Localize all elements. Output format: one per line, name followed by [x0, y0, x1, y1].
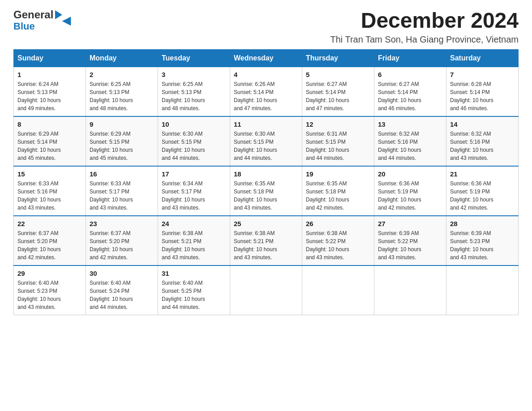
day-info: Sunrise: 6:40 AMSunset: 5:24 PMDaylight:… — [90, 279, 154, 311]
calendar-cell: 29Sunrise: 6:40 AMSunset: 5:23 PMDayligh… — [14, 265, 86, 315]
calendar-week-row: 15Sunrise: 6:33 AMSunset: 5:16 PMDayligh… — [14, 166, 519, 216]
calendar-cell: 4Sunrise: 6:26 AMSunset: 5:14 PMDaylight… — [230, 67, 302, 116]
calendar-cell: 13Sunrise: 6:32 AMSunset: 5:16 PMDayligh… — [374, 116, 446, 166]
logo: General◀ Blue — [13, 9, 62, 32]
calendar-header-friday: Friday — [374, 49, 446, 67]
day-number: 16 — [90, 170, 154, 178]
calendar-cell: 30Sunrise: 6:40 AMSunset: 5:24 PMDayligh… — [86, 265, 158, 315]
day-info: Sunrise: 6:37 AMSunset: 5:20 PMDaylight:… — [90, 229, 154, 261]
calendar-cell: 19Sunrise: 6:35 AMSunset: 5:18 PMDayligh… — [302, 166, 374, 216]
day-info: Sunrise: 6:33 AMSunset: 5:16 PMDaylight:… — [17, 180, 82, 212]
day-number: 18 — [234, 170, 298, 178]
day-info: Sunrise: 6:29 AMSunset: 5:15 PMDaylight:… — [90, 130, 154, 162]
day-number: 13 — [378, 120, 442, 128]
day-info: Sunrise: 6:38 AMSunset: 5:22 PMDaylight:… — [306, 229, 370, 261]
calendar-cell: 22Sunrise: 6:37 AMSunset: 5:20 PMDayligh… — [14, 216, 86, 265]
day-number: 1 — [17, 71, 82, 78]
day-info: Sunrise: 6:35 AMSunset: 5:18 PMDaylight:… — [234, 180, 298, 212]
calendar-cell — [446, 265, 519, 315]
day-info: Sunrise: 6:25 AMSunset: 5:13 PMDaylight:… — [90, 80, 154, 112]
day-number: 11 — [234, 120, 298, 128]
day-number: 28 — [450, 220, 515, 227]
calendar-cell — [230, 265, 302, 315]
day-info: Sunrise: 6:31 AMSunset: 5:15 PMDaylight:… — [306, 130, 370, 162]
day-number: 17 — [162, 170, 226, 178]
calendar-cell: 6Sunrise: 6:27 AMSunset: 5:14 PMDaylight… — [374, 67, 446, 116]
day-number: 12 — [306, 120, 370, 128]
day-number: 20 — [378, 170, 442, 178]
calendar-week-row: 8Sunrise: 6:29 AMSunset: 5:14 PMDaylight… — [14, 116, 519, 166]
calendar-cell: 8Sunrise: 6:29 AMSunset: 5:14 PMDaylight… — [14, 116, 86, 166]
day-number: 4 — [234, 71, 298, 78]
calendar-cell: 31Sunrise: 6:40 AMSunset: 5:25 PMDayligh… — [158, 265, 230, 315]
calendar-week-row: 1Sunrise: 6:24 AMSunset: 5:13 PMDaylight… — [14, 67, 519, 116]
calendar-header-saturday: Saturday — [446, 49, 519, 67]
day-number: 15 — [17, 170, 82, 178]
day-info: Sunrise: 6:39 AMSunset: 5:22 PMDaylight:… — [378, 229, 442, 261]
day-info: Sunrise: 6:38 AMSunset: 5:21 PMDaylight:… — [234, 229, 298, 261]
calendar-cell: 21Sunrise: 6:36 AMSunset: 5:19 PMDayligh… — [446, 166, 519, 216]
month-title: December 2024 — [330, 9, 519, 33]
logo-triangle-icon: ◀ — [55, 10, 62, 19]
day-info: Sunrise: 6:38 AMSunset: 5:21 PMDaylight:… — [162, 229, 226, 261]
calendar-table: SundayMondayTuesdayWednesdayThursdayFrid… — [13, 49, 519, 315]
day-info: Sunrise: 6:40 AMSunset: 5:25 PMDaylight:… — [162, 279, 226, 311]
calendar-cell — [374, 265, 446, 315]
day-info: Sunrise: 6:32 AMSunset: 5:16 PMDaylight:… — [450, 130, 515, 162]
calendar-cell: 20Sunrise: 6:36 AMSunset: 5:19 PMDayligh… — [374, 166, 446, 216]
day-number: 30 — [90, 270, 154, 277]
day-info: Sunrise: 6:34 AMSunset: 5:17 PMDaylight:… — [162, 180, 226, 212]
calendar-cell: 26Sunrise: 6:38 AMSunset: 5:22 PMDayligh… — [302, 216, 374, 265]
day-info: Sunrise: 6:27 AMSunset: 5:14 PMDaylight:… — [306, 80, 370, 112]
calendar-cell: 18Sunrise: 6:35 AMSunset: 5:18 PMDayligh… — [230, 166, 302, 216]
calendar-header-monday: Monday — [86, 49, 158, 67]
calendar-cell — [302, 265, 374, 315]
day-number: 23 — [90, 220, 154, 227]
day-number: 19 — [306, 170, 370, 178]
calendar-cell: 24Sunrise: 6:38 AMSunset: 5:21 PMDayligh… — [158, 216, 230, 265]
day-info: Sunrise: 6:37 AMSunset: 5:20 PMDaylight:… — [17, 229, 82, 261]
calendar-header-wednesday: Wednesday — [230, 49, 302, 67]
day-number: 22 — [17, 220, 82, 227]
day-number: 31 — [162, 270, 226, 277]
page-header: General◀ Blue December 2024 Thi Tran Tam… — [13, 9, 519, 45]
day-number: 25 — [234, 220, 298, 227]
day-info: Sunrise: 6:29 AMSunset: 5:14 PMDaylight:… — [17, 130, 82, 162]
day-number: 9 — [90, 120, 154, 128]
calendar-cell: 3Sunrise: 6:25 AMSunset: 5:13 PMDaylight… — [158, 67, 230, 116]
location-title: Thi Tran Tam Son, Ha Giang Province, Vie… — [330, 34, 519, 45]
day-info: Sunrise: 6:24 AMSunset: 5:13 PMDaylight:… — [17, 80, 82, 112]
day-number: 24 — [162, 220, 226, 227]
day-number: 10 — [162, 120, 226, 128]
day-info: Sunrise: 6:27 AMSunset: 5:14 PMDaylight:… — [378, 80, 442, 112]
calendar-cell: 12Sunrise: 6:31 AMSunset: 5:15 PMDayligh… — [302, 116, 374, 166]
day-number: 27 — [378, 220, 442, 227]
calendar-header-sunday: Sunday — [14, 49, 86, 67]
day-number: 26 — [306, 220, 370, 227]
calendar-cell: 5Sunrise: 6:27 AMSunset: 5:14 PMDaylight… — [302, 67, 374, 116]
calendar-cell: 23Sunrise: 6:37 AMSunset: 5:20 PMDayligh… — [86, 216, 158, 265]
calendar-header-row: SundayMondayTuesdayWednesdayThursdayFrid… — [14, 49, 519, 67]
calendar-cell: 2Sunrise: 6:25 AMSunset: 5:13 PMDaylight… — [86, 67, 158, 116]
calendar-cell: 9Sunrise: 6:29 AMSunset: 5:15 PMDaylight… — [86, 116, 158, 166]
day-info: Sunrise: 6:28 AMSunset: 5:14 PMDaylight:… — [450, 80, 515, 112]
day-info: Sunrise: 6:30 AMSunset: 5:15 PMDaylight:… — [234, 130, 298, 162]
calendar-header-tuesday: Tuesday — [158, 49, 230, 67]
calendar-week-row: 22Sunrise: 6:37 AMSunset: 5:20 PMDayligh… — [14, 216, 519, 265]
calendar-week-row: 29Sunrise: 6:40 AMSunset: 5:23 PMDayligh… — [14, 265, 519, 315]
day-info: Sunrise: 6:39 AMSunset: 5:23 PMDaylight:… — [450, 229, 515, 261]
day-info: Sunrise: 6:33 AMSunset: 5:17 PMDaylight:… — [90, 180, 154, 212]
calendar-cell: 1Sunrise: 6:24 AMSunset: 5:13 PMDaylight… — [14, 67, 86, 116]
calendar-cell: 25Sunrise: 6:38 AMSunset: 5:21 PMDayligh… — [230, 216, 302, 265]
title-block: December 2024 Thi Tran Tam Son, Ha Giang… — [330, 9, 519, 45]
day-number: 29 — [17, 270, 82, 277]
day-number: 5 — [306, 71, 370, 78]
day-info: Sunrise: 6:26 AMSunset: 5:14 PMDaylight:… — [234, 80, 298, 112]
day-number: 7 — [450, 71, 515, 78]
day-info: Sunrise: 6:30 AMSunset: 5:15 PMDaylight:… — [162, 130, 226, 162]
calendar-cell: 16Sunrise: 6:33 AMSunset: 5:17 PMDayligh… — [86, 166, 158, 216]
logo-general-text: General◀ — [13, 9, 62, 21]
calendar-cell: 10Sunrise: 6:30 AMSunset: 5:15 PMDayligh… — [158, 116, 230, 166]
calendar-cell: 11Sunrise: 6:30 AMSunset: 5:15 PMDayligh… — [230, 116, 302, 166]
day-info: Sunrise: 6:36 AMSunset: 5:19 PMDaylight:… — [450, 180, 515, 212]
